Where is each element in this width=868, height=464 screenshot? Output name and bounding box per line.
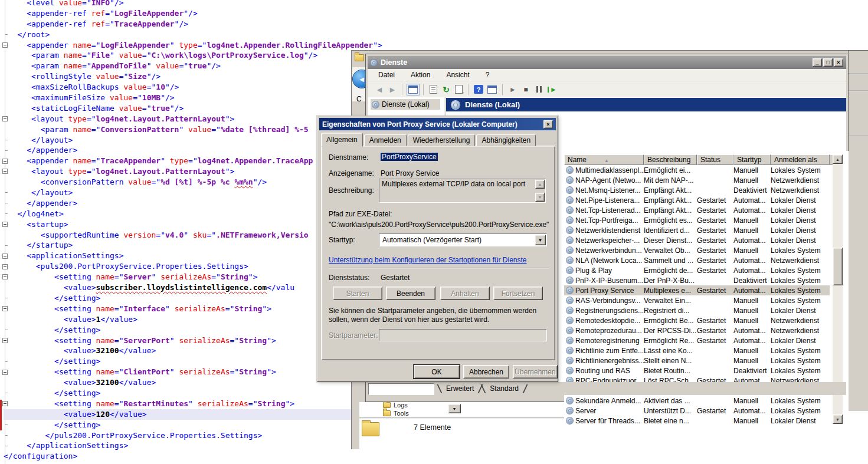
table-row[interactable]: Routing und RASBietet Routin...Deaktivie… <box>564 366 830 376</box>
dialog-titlebar[interactable]: Eigenschaften von Port Proxy Service (Lo… <box>319 118 556 130</box>
code-line[interactable]: </applicationSettings> <box>4 440 351 451</box>
close-button[interactable]: × <box>834 58 843 67</box>
code-line[interactable]: <level value="INFO"/> <box>4 0 351 8</box>
fold-collapse-icon[interactable] <box>2 306 8 311</box>
dienstname-value[interactable]: PortProxyService <box>381 153 438 161</box>
column-header-starttyp[interactable]: Starttyp <box>733 154 771 165</box>
ok-button[interactable]: OK <box>414 365 460 379</box>
code-line[interactable]: <supportedRuntime version="v4.0" sku=".N… <box>4 230 351 241</box>
code-line[interactable]: <setting name="Server" serializeAs="Stri… <box>4 272 351 282</box>
code-line[interactable]: </appender> <box>4 198 351 209</box>
table-row[interactable]: Richtlinie zum Entfe...Lässt eine Ko...M… <box>564 345 830 356</box>
code-line[interactable]: </layout> <box>4 187 351 198</box>
pause-service-icon[interactable] <box>536 86 542 93</box>
code-line[interactable]: </configuration> <box>4 451 351 462</box>
startoptions-help-link[interactable]: Unterstützung beim Konfigurieren der Sta… <box>329 256 527 264</box>
scrollbar-thumb[interactable] <box>833 248 843 285</box>
column-header-beschreibung[interactable]: Beschreibung <box>644 154 697 165</box>
table-row[interactable]: PnP-X-IP-Busenum...Der PnP-X-Bu...Deakti… <box>564 275 830 285</box>
fold-collapse-icon[interactable] <box>2 338 8 343</box>
code-line[interactable]: <appender name="TraceAppender" type="log… <box>4 156 351 166</box>
tab-standard[interactable]: Standard <box>484 384 525 393</box>
table-row[interactable]: Netzwerkspeicher-...Dieser Dienst...Gest… <box>564 235 830 245</box>
fold-collapse-icon[interactable] <box>2 159 8 164</box>
scroll-down-button[interactable]: ▼ <box>833 414 843 424</box>
code-line[interactable]: <conversionPattern value="%d [%t] %-5p %… <box>4 177 351 187</box>
code-line[interactable]: <setting name="ServerPort" serializeAs="… <box>4 335 351 346</box>
show-console-tree-icon[interactable] <box>408 85 418 94</box>
tab-erweitert[interactable]: Erweitert <box>440 384 480 393</box>
code-line[interactable]: <maximumFileSize value="10MB"/> <box>4 93 351 103</box>
code-line[interactable]: <value>120</value> <box>4 409 351 420</box>
table-row[interactable]: Net.Tcp-Listenerad...Empfängt Akt...Gest… <box>564 205 830 215</box>
menu-item-ansicht[interactable]: Ansicht <box>446 71 469 79</box>
code-line[interactable]: </layout> <box>4 135 351 146</box>
abbrechen-button[interactable]: Abbrechen <box>463 365 509 379</box>
beschreibung-textbox[interactable]: Multiplexes external TCP/IP data on loca… <box>379 179 546 203</box>
code-line[interactable]: <param name="AppendToFile" value="true"/… <box>4 61 351 71</box>
starttyp-dropdown[interactable]: Automatisch (Verzögerter Start) ▼ <box>379 233 547 246</box>
export-list-icon[interactable] <box>455 85 463 94</box>
code-line[interactable]: </setting> <box>4 293 351 304</box>
tab-abhngigkeiten[interactable]: Abhängigkeiten <box>476 134 536 146</box>
fold-collapse-icon[interactable] <box>2 116 8 121</box>
table-row[interactable]: NAP-Agent (Netwo...Mit dem NAP-...Manuel… <box>564 175 830 185</box>
code-line[interactable]: <maxSizeRollBackups value="10"/> <box>4 82 351 93</box>
table-row[interactable]: NetzwerklistendienstIdentifiziert d...Ge… <box>564 225 830 235</box>
code-line[interactable]: <value>32100</value> <box>4 345 351 356</box>
tab-allgemein[interactable]: Allgemein <box>321 133 363 147</box>
code-line[interactable]: </startup> <box>4 240 351 251</box>
table-row[interactable]: Remotedesktopdie...Ermöglicht Be...Gesta… <box>564 315 830 325</box>
menu-item-?[interactable]: ? <box>486 71 490 79</box>
table-row[interactable]: Multimediaklassenpl...Ermöglicht ei...Ma… <box>564 165 830 175</box>
startparameter-input[interactable] <box>379 329 547 341</box>
chevron-down-icon[interactable]: ▼ <box>535 235 546 245</box>
restart-service-icon[interactable]: ► <box>546 84 559 96</box>
fold-collapse-icon[interactable] <box>2 42 8 48</box>
table-row[interactable]: Net.Pipe-Listenera...Empfängt Akt...Gest… <box>564 195 830 205</box>
code-line[interactable]: </root> <box>4 29 351 40</box>
scroll-down-button[interactable]: ▼ <box>535 193 545 202</box>
column-header-name[interactable]: Name▲ <box>564 154 644 165</box>
menu-item-datei[interactable]: Datei <box>378 71 395 79</box>
code-line[interactable]: </setting> <box>4 420 351 430</box>
scroll-up-button[interactable]: ▲ <box>833 154 843 164</box>
fold-collapse-icon[interactable] <box>2 264 8 269</box>
scroll-up-button[interactable]: ▲ <box>535 180 545 189</box>
code-line[interactable]: <applicationSettings> <box>4 251 351 261</box>
code-line[interactable]: <value>32100</value> <box>4 377 351 388</box>
column-header-status[interactable]: Status <box>697 154 733 165</box>
sidebar-item-dienste-lokal[interactable]: Dienste (Lokal) <box>371 99 440 110</box>
table-row[interactable]: Richtlinienergebniss...Stellt einen N...… <box>564 356 830 366</box>
table-row[interactable]: ServerUnterstützt D...GestartetAutomat..… <box>564 406 830 416</box>
code-line[interactable]: <layout type="log4net.Layout.PatternLayo… <box>4 166 351 177</box>
table-row[interactable]: Registrierungsdiens...Registriert di...M… <box>564 305 830 315</box>
back-arrow-icon[interactable]: ◄ <box>373 84 386 96</box>
code-line[interactable]: <setting name="RestartMinutes" serialize… <box>4 399 351 409</box>
code-line[interactable]: </setting> <box>4 356 351 367</box>
code-line[interactable]: <param name="File" value="C:\work\logs\P… <box>4 50 351 61</box>
extended-view-icon[interactable] <box>487 85 497 94</box>
code-line[interactable]: </setting> <box>4 388 351 399</box>
code-line[interactable]: </appender> <box>4 145 351 156</box>
table-row[interactable]: Net.Tcp-Portfreiga...Ermöglicht es...Ges… <box>564 215 830 225</box>
fold-collapse-icon[interactable] <box>2 401 8 406</box>
menu-item-aktion[interactable]: Aktion <box>411 71 430 79</box>
tab-wiederherstellung[interactable]: Wiederherstellung <box>408 134 476 146</box>
fold-collapse-icon[interactable] <box>2 370 8 375</box>
maximize-button[interactable]: □ <box>823 58 833 67</box>
table-row[interactable]: Netzwerkverbindun...Verwaltet Ob...Gesta… <box>564 245 830 255</box>
services-titlebar[interactable]: Dienste _ □ × <box>368 56 846 69</box>
minimize-button[interactable]: _ <box>813 58 822 67</box>
table-row[interactable]: Server für Threads...Bietet eine n...Man… <box>564 416 830 425</box>
code-lines[interactable]: <level value="INFO"/> <appender-ref ref=… <box>4 0 351 462</box>
code-line[interactable]: <setting name="Interface" serializeAs="S… <box>4 304 351 314</box>
refresh-icon[interactable]: ↻ <box>440 84 453 96</box>
code-line[interactable]: <param name="ConversionPattern" value="%… <box>4 124 351 135</box>
code-line[interactable]: <setting name="ClientPort" serializeAs="… <box>4 367 351 377</box>
table-row[interactable]: NLA (Network Loca...Sammelt und ...Gesta… <box>564 255 830 265</box>
code-line[interactable]: <appender-ref ref="TraceAppender"/> <box>4 19 351 29</box>
table-row[interactable]: Sekundäre Anmeld...Aktiviert das ...Manu… <box>564 396 830 406</box>
table-row[interactable]: RemoteregistrierungErmöglicht Re...Gesta… <box>564 335 830 345</box>
code-line[interactable]: <staticLogFileName value="true"/> <box>4 103 351 114</box>
